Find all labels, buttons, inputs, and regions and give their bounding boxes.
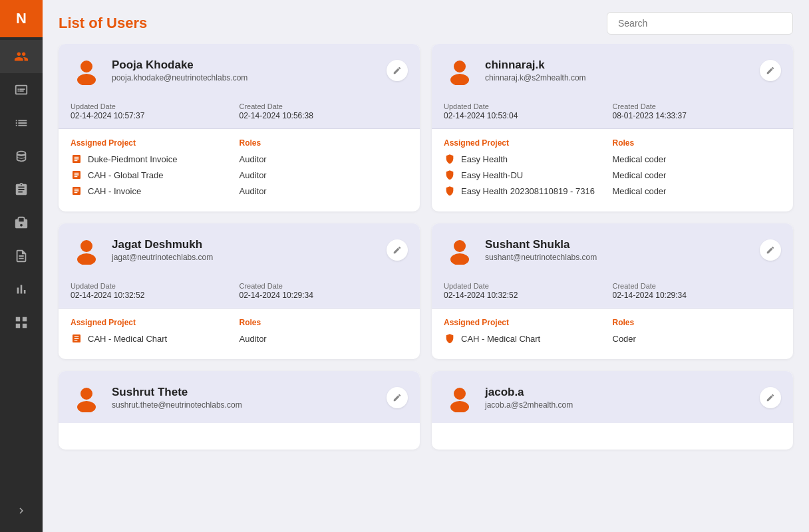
updated-date-group: Updated Date 02-14-2024 10:32:52 (71, 282, 240, 300)
svg-point-7 (450, 253, 469, 265)
svg-point-2 (454, 61, 466, 72)
project-role: Auditor (240, 186, 408, 196)
sidebar-item-profile[interactable] (0, 73, 43, 106)
project-name-text: CAH - Medical Chart (88, 334, 167, 344)
project-name: CAH - Medical Chart (71, 332, 240, 344)
created-date-group: Created Date 08-01-2023 14:33:37 (613, 102, 782, 120)
updated-date-label: Updated Date (71, 282, 240, 290)
project-row: Easy Health Medical coder (444, 153, 781, 165)
project-row: CAH - Global Trade Auditor (71, 169, 408, 181)
sidebar-expand-button[interactable] (0, 497, 43, 524)
sidebar: N (0, 0, 43, 532)
sidebar-item-stats[interactable] (0, 273, 43, 306)
card-dates: Updated Date 02-14-2024 10:32:52 Created… (432, 275, 793, 309)
project-role: Auditor (240, 154, 408, 164)
created-date-group: Created Date 02-14-2024 10:29:34 (613, 282, 782, 300)
svg-point-0 (81, 61, 92, 72)
roles-label: Roles (613, 318, 782, 327)
card-header: Pooja Khodake pooja.khodake@neutrinotech… (59, 44, 420, 96)
project-table-header: Assigned Project Roles (71, 138, 408, 148)
project-row: Duke-Piedmont Invoice Auditor (71, 153, 408, 165)
edit-button[interactable] (387, 60, 408, 81)
user-card: chinnaraj.k chinnaraj.k@s2mhealth.com Up… (432, 44, 793, 211)
card-user-info: Sushrut Thete sushrut.thete@neutrinotech… (71, 382, 242, 414)
updated-date-label: Updated Date (71, 102, 240, 110)
project-type-icon (444, 332, 456, 344)
roles-label: Roles (240, 318, 408, 327)
project-role: Medical coder (613, 186, 782, 196)
edit-button[interactable] (760, 387, 781, 408)
roles-label: Roles (240, 138, 408, 148)
user-card: Sushant Shukla sushant@neutrinotechlabs.… (432, 223, 793, 359)
user-card: Pooja Khodake pooja.khodake@neutrinotech… (59, 44, 420, 211)
card-body: Assigned Project Roles Duke-Piedmont Inv… (59, 129, 420, 211)
updated-date-value: 02-14-2024 10:57:37 (71, 111, 240, 120)
chevron-right-icon (15, 505, 27, 517)
search-input[interactable] (607, 12, 793, 35)
project-name: Easy Health (444, 153, 613, 165)
project-type-icon (71, 185, 82, 197)
project-name: Easy Health 202308110819 - 7316 (444, 185, 613, 197)
project-name-text: Easy Health 202308110819 - 7316 (461, 186, 595, 196)
card-header: chinnaraj.k chinnaraj.k@s2mhealth.com (432, 44, 793, 96)
svg-point-10 (454, 388, 466, 400)
sidebar-item-list[interactable] (0, 106, 43, 140)
reports-icon (14, 182, 29, 197)
sidebar-item-reports[interactable] (0, 173, 43, 206)
svg-point-8 (81, 388, 92, 400)
project-name: Duke-Piedmont Invoice (71, 153, 240, 165)
user-details: Pooja Khodake pooja.khodake@neutrinotech… (112, 59, 247, 82)
updated-date-label: Updated Date (444, 282, 613, 290)
users-icon (14, 49, 29, 64)
user-name: Sushant Shukla (485, 238, 597, 251)
user-card: jacob.a jacob.a@s2mhealth.com (432, 371, 793, 450)
database-icon (14, 149, 29, 164)
sidebar-item-database[interactable] (0, 140, 43, 173)
project-type-icon (444, 185, 456, 197)
project-table-header: Assigned Project Roles (444, 318, 781, 327)
created-date-label: Created Date (240, 102, 408, 110)
project-type-icon (71, 153, 82, 165)
user-email: sushant@neutrinotechlabs.com (485, 253, 597, 262)
avatar (71, 234, 102, 266)
roles-label: Roles (613, 138, 782, 148)
user-details: chinnaraj.k chinnaraj.k@s2mhealth.com (485, 59, 586, 82)
project-role: Medical coder (613, 170, 782, 180)
user-details: Jagat Deshmukh jagat@neutrinotechlabs.co… (112, 238, 213, 262)
sidebar-item-briefcase[interactable] (0, 206, 43, 239)
edit-button[interactable] (760, 239, 781, 261)
edit-button[interactable] (760, 60, 781, 81)
user-email: sushrut.thete@neutrinotechlabs.com (112, 400, 242, 410)
project-table-header: Assigned Project Roles (71, 318, 408, 327)
sidebar-item-document[interactable] (0, 239, 43, 273)
app-logo[interactable]: N (0, 0, 43, 37)
sidebar-item-users[interactable] (0, 40, 43, 73)
sidebar-item-grid[interactable] (0, 306, 43, 339)
user-email: pooja.khodake@neutrinotechlabs.com (112, 73, 247, 82)
project-name-text: CAH - Medical Chart (461, 334, 540, 344)
edit-button[interactable] (387, 239, 408, 261)
svg-point-11 (450, 401, 469, 412)
project-type-icon (71, 169, 82, 181)
project-name: Easy Health-DU (444, 169, 613, 181)
project-name-text: Duke-Piedmont Invoice (88, 154, 177, 164)
updated-date-value: 02-14-2024 10:53:04 (444, 111, 613, 120)
updated-date-group: Updated Date 02-14-2024 10:53:04 (444, 102, 613, 120)
user-email: chinnaraj.k@s2mhealth.com (485, 73, 586, 82)
avatar (71, 55, 102, 86)
user-name: Pooja Khodake (112, 59, 247, 72)
updated-date-group: Updated Date 02-14-2024 10:57:37 (71, 102, 240, 120)
project-name-text: Easy Health (461, 154, 508, 164)
created-date-value: 02-14-2024 10:29:34 (240, 291, 408, 300)
created-date-label: Created Date (240, 282, 408, 290)
card-body-empty (432, 423, 793, 450)
card-user-info: Jagat Deshmukh jagat@neutrinotechlabs.co… (71, 234, 213, 266)
project-row: CAH - Medical Chart Auditor (71, 332, 408, 344)
card-user-info: Pooja Khodake pooja.khodake@neutrinotech… (71, 55, 247, 86)
avatar (444, 234, 476, 266)
edit-button[interactable] (387, 387, 408, 408)
user-name: Sushrut Thete (112, 386, 242, 399)
avatar (71, 382, 102, 414)
card-dates: Updated Date 02-14-2024 10:53:04 Created… (432, 96, 793, 129)
briefcase-icon (14, 215, 29, 230)
